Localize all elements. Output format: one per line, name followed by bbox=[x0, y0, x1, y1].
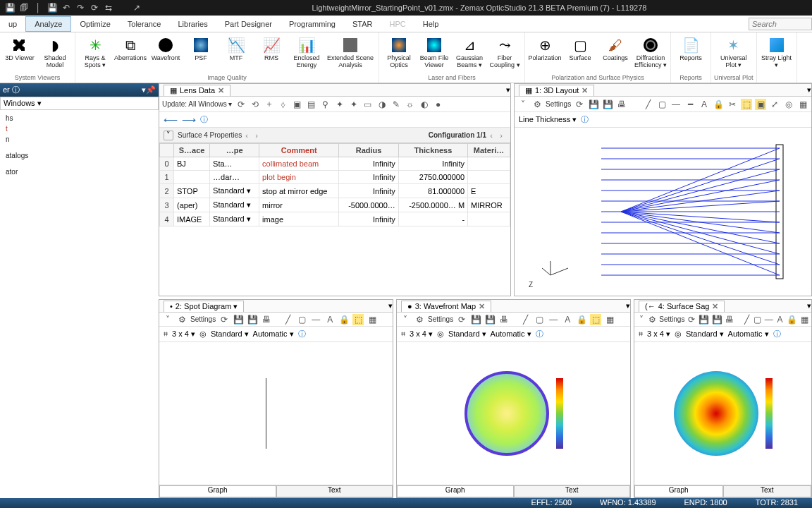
popup-icon[interactable]: ↗ bbox=[131, 2, 142, 13]
ribbon-surface[interactable]: ▢Surface bbox=[563, 34, 597, 71]
menu-tolerance[interactable]: Tolerance bbox=[119, 17, 170, 31]
print-icon[interactable]: 🖶 bbox=[725, 314, 734, 325]
text-icon[interactable]: A bbox=[324, 314, 336, 325]
save2-icon[interactable]: 💾 bbox=[247, 314, 258, 325]
menu-hpc[interactable]: HPC bbox=[381, 17, 414, 31]
rect-icon[interactable]: ▢ bbox=[753, 314, 762, 325]
refreshall-icon[interactable]: ⟲ bbox=[250, 99, 261, 110]
sel-icon[interactable]: ▦ bbox=[367, 314, 378, 325]
prev-surf-icon[interactable]: ‹ bbox=[242, 131, 252, 140]
dropdown-icon[interactable]: ▾ bbox=[807, 85, 811, 95]
print-icon[interactable]: 🖶 bbox=[261, 314, 272, 325]
search-input[interactable] bbox=[749, 18, 812, 30]
expand-icon[interactable]: ˅ bbox=[637, 314, 646, 325]
help-icon[interactable]: ⓘ bbox=[298, 329, 306, 339]
graph-tab[interactable]: Graph bbox=[397, 485, 514, 497]
close-icon[interactable]: ✕ bbox=[479, 302, 485, 311]
layout-tab[interactable]: ▦1: 3D Layout✕ bbox=[519, 85, 594, 96]
tool5-icon[interactable]: ◑ bbox=[376, 99, 388, 110]
add-icon[interactable]: ＋ bbox=[264, 99, 275, 110]
refresh-icon[interactable]: ⟳ bbox=[687, 314, 696, 325]
col-material[interactable]: Materi… bbox=[468, 144, 510, 157]
tool1-icon[interactable]: ⚲ bbox=[320, 99, 331, 110]
spot-tab[interactable]: •2: Spot Diagram ▾ bbox=[164, 301, 244, 312]
gear-icon[interactable]: ⚙ bbox=[176, 314, 187, 325]
sel-icon[interactable]: ▦ bbox=[797, 99, 808, 110]
target-icon[interactable]: ◎ bbox=[199, 329, 207, 339]
prev-cfg-icon[interactable]: ‹ bbox=[486, 131, 496, 140]
pin2-icon[interactable]: 📌 bbox=[146, 85, 156, 95]
ribbon-stray-light[interactable]: Stray Light ▾ bbox=[760, 34, 794, 71]
std-dropdown[interactable]: Standard ▾ bbox=[686, 329, 724, 339]
dropdown-icon[interactable]: ▾ bbox=[807, 301, 811, 310]
dropdown-icon[interactable]: ▾ bbox=[506, 85, 510, 95]
table-row[interactable]: 3(aper)Standard ▾mirror-5000.0000…-2500.… bbox=[160, 198, 510, 212]
lens-data-tab[interactable]: ▦Lens Data✕ bbox=[164, 85, 230, 96]
tree-item[interactable]: n bbox=[1, 134, 157, 145]
next-surf-icon[interactable]: › bbox=[252, 131, 262, 140]
text-tab[interactable]: Text bbox=[723, 485, 812, 497]
gear-icon[interactable]: ⚙ bbox=[531, 99, 543, 110]
std-dropdown[interactable]: Standard ▾ bbox=[448, 329, 486, 339]
col-comment[interactable]: Comment bbox=[259, 144, 339, 157]
expand-icon[interactable]: ˅ bbox=[517, 99, 529, 110]
sag-tab[interactable]: (←4: Surface Sag✕ bbox=[639, 301, 725, 312]
lock-icon[interactable]: 🔒 bbox=[713, 99, 724, 110]
ribbon-aberrations[interactable]: ⧉Aberrations bbox=[113, 34, 147, 71]
rect-icon[interactable]: ▢ bbox=[296, 314, 307, 325]
save2-icon[interactable]: 💾 bbox=[484, 314, 496, 325]
wavefront-plot[interactable] bbox=[397, 342, 630, 485]
grid-dropdown[interactable]: 3 x 4 ▾ bbox=[410, 329, 433, 339]
auto-dropdown[interactable]: Automatic ▾ bbox=[728, 329, 769, 339]
target-icon[interactable]: ◎ bbox=[675, 329, 682, 339]
ribbon-wavefront[interactable]: Wavefront bbox=[149, 34, 183, 71]
saveall-icon[interactable]: 💾 bbox=[47, 2, 58, 13]
tool6-icon[interactable]: ✎ bbox=[390, 99, 402, 110]
zoom-icon[interactable]: ⤢ bbox=[769, 99, 780, 110]
expand-icon[interactable]: ˅ bbox=[400, 314, 411, 325]
undo-icon[interactable]: ↶ bbox=[61, 2, 72, 13]
col-num[interactable] bbox=[160, 144, 174, 157]
hl1-icon[interactable]: ⬚ bbox=[352, 314, 364, 325]
grid-icon[interactable]: ⌗ bbox=[401, 329, 405, 339]
save-icon[interactable]: 💾 bbox=[588, 99, 599, 110]
col-type[interactable]: …pe bbox=[210, 144, 259, 157]
sync-icon[interactable]: ⇆ bbox=[103, 2, 114, 13]
grid-dropdown[interactable]: 3 x 4 ▾ bbox=[647, 329, 670, 339]
ribbon-physical-optics[interactable]: Physical Optics bbox=[382, 34, 416, 71]
graph-tab[interactable]: Graph bbox=[159, 485, 276, 497]
menu-programming[interactable]: Programming bbox=[281, 17, 344, 31]
col-surface[interactable]: S…ace bbox=[174, 144, 210, 157]
gear-icon[interactable]: ⚙ bbox=[648, 314, 657, 325]
refresh-icon[interactable]: ⟳ bbox=[574, 99, 585, 110]
col-thickness[interactable]: Thickness bbox=[398, 144, 467, 157]
menu-libraries[interactable]: Libraries bbox=[170, 17, 216, 31]
save-icon[interactable]: 💾 bbox=[4, 2, 16, 13]
tree-item[interactable]: atalogs bbox=[1, 150, 157, 161]
ribbon-extended-scene[interactable]: Extended Scene Analysis bbox=[325, 34, 376, 71]
help-icon[interactable]: ⓘ bbox=[200, 114, 208, 125]
lock-icon[interactable]: 🔒 bbox=[787, 314, 797, 325]
hl2-icon[interactable]: ▣ bbox=[755, 99, 766, 110]
refresh-icon[interactable]: ⟳ bbox=[89, 2, 100, 13]
menu-star[interactable]: STAR bbox=[344, 17, 381, 31]
ribbon-rms[interactable]: 📈RMS bbox=[254, 34, 288, 71]
settings-label[interactable]: Settings bbox=[428, 315, 453, 323]
menu-analyze[interactable]: Analyze bbox=[25, 16, 71, 32]
settings-label[interactable]: Settings bbox=[190, 315, 216, 323]
copy-icon[interactable]: ▣ bbox=[292, 99, 303, 110]
line-icon[interactable]: ╱ bbox=[742, 314, 751, 325]
refresh-icon[interactable]: ⟳ bbox=[235, 99, 247, 110]
menu-part-designer[interactable]: Part Designer bbox=[216, 17, 281, 31]
rect-icon[interactable]: ▢ bbox=[656, 99, 668, 110]
layout3d-view[interactable]: Z bbox=[515, 128, 811, 296]
paste-icon[interactable]: ▤ bbox=[306, 99, 317, 110]
auto-dropdown[interactable]: Automatic ▾ bbox=[253, 329, 294, 339]
update-dropdown[interactable]: Update: All Windows ▾ bbox=[162, 100, 233, 108]
close-icon[interactable]: ✕ bbox=[582, 86, 588, 95]
gear-icon[interactable]: ⚙ bbox=[414, 314, 425, 325]
dropdown-icon[interactable]: ▾ bbox=[388, 301, 393, 310]
tree-item[interactable]: hs bbox=[1, 113, 157, 123]
help-icon[interactable]: ⓘ bbox=[536, 329, 543, 339]
print-icon[interactable]: 🖶 bbox=[498, 314, 510, 325]
